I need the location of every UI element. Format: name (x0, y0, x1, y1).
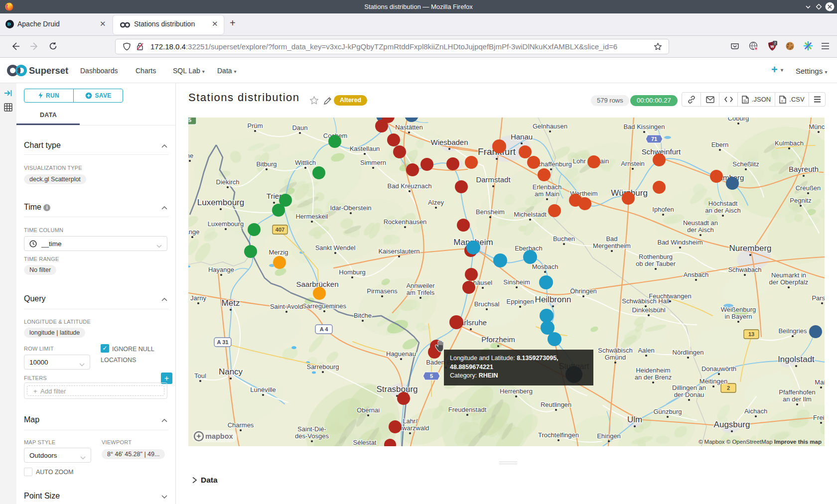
svg-text:Bad: Bad (606, 235, 617, 243)
svg-text:A 4: A 4 (320, 326, 329, 332)
svg-text:an der Aisch: an der Aisch (705, 207, 741, 214)
svg-text:Mosbach: Mosbach (532, 263, 558, 270)
svg-text:Charmes: Charmes (228, 421, 254, 429)
svg-text:Gmünd: Gmünd (605, 354, 626, 361)
svg-text:Bitche: Bitche (354, 312, 372, 319)
svg-text:ob der Tauber: ob der Tauber (636, 260, 676, 267)
svg-text:Höchstadt: Höchstadt (708, 200, 738, 207)
svg-text:Nuremberg: Nuremberg (729, 244, 771, 253)
svg-text:in Bayern: in Bayern (725, 313, 752, 320)
svg-text:Aichach: Aichach (744, 407, 767, 415)
svg-text:Buchen: Buchen (553, 235, 575, 243)
svg-text:Donauwörth: Donauwörth (701, 365, 736, 373)
svg-text:des-Vosges: des-Vosges (295, 432, 329, 440)
svg-text:Sarrebourg: Sarrebourg (306, 363, 339, 371)
svg-text:Prüm: Prüm (247, 122, 263, 129)
svg-text:Ulm: Ulm (627, 415, 642, 424)
svg-text:Parsbe: Parsbe (812, 294, 825, 302)
svg-text:Michelstadt: Michelstadt (514, 211, 547, 218)
svg-text:Trochtelfingen: Trochtelfingen (538, 431, 579, 439)
svg-text:Wiesbaden: Wiesbaden (430, 138, 468, 146)
svg-text:Kulmbach: Kulmbach (775, 139, 804, 147)
svg-text:Pirmasens: Pirmasens (367, 287, 398, 295)
svg-text:häusel: häusel (473, 279, 492, 286)
svg-text:an der Ilm: an der Ilm (783, 395, 812, 403)
svg-text:Creußen: Creußen (796, 184, 821, 192)
svg-text:Münch: Münch (809, 123, 825, 130)
svg-text:Homburg: Homburg (339, 268, 365, 276)
svg-text:Öhringen: Öhringen (570, 287, 596, 295)
svg-text:Alzey: Alzey (428, 199, 444, 206)
svg-text:x: x (781, 99, 783, 103)
svg-text:Pforzheim: Pforzheim (481, 335, 515, 344)
svg-text:Sankt Wendel: Sankt Wendel (315, 244, 356, 252)
svg-text:Idar-Oberstein: Idar-Oberstein (330, 204, 371, 212)
svg-text:Dillingen an: Dillingen an (672, 384, 706, 391)
svg-text:5: 5 (430, 373, 433, 379)
svg-text:Gelnhausen: Gelnhausen (533, 123, 567, 130)
svg-text:Simmern: Simmern (360, 159, 386, 166)
svg-text:13: 13 (748, 331, 754, 337)
svg-text:Arnstein: Arnstein (621, 160, 645, 167)
svg-text:Beilngries: Beilngries (778, 327, 807, 335)
svg-text:Hayange: Hayange (208, 266, 234, 273)
svg-text:Lahr/: Lahr/ (403, 417, 418, 425)
svg-text:Metz: Metz (222, 298, 240, 308)
svg-text:am Trifels: am Trifels (407, 289, 435, 296)
svg-text:Nancy: Nancy (219, 367, 243, 377)
svg-text:Bensheim: Bensheim (476, 208, 505, 216)
svg-text:Feuchtwangen: Feuchtwangen (649, 292, 691, 300)
svg-text:der Oberpfalz: der Oberpfalz (769, 278, 809, 286)
svg-text:Mergentheim: Mergentheim (593, 242, 631, 250)
svg-text:Bayreuth: Bayreuth (789, 165, 819, 173)
svg-text:Kaiserslautern: Kaiserslautern (378, 248, 419, 255)
svg-text:Kastellaun: Kastellaun (350, 145, 380, 152)
svg-text:Herrenberg: Herrenberg (500, 387, 533, 395)
svg-text:Bitburg: Bitburg (256, 160, 277, 168)
svg-text:Jarny: Jarny (190, 294, 206, 302)
svg-text:mapbox: mapbox (205, 432, 233, 440)
svg-text:Bad Kreuznach: Bad Kreuznach (388, 182, 432, 190)
svg-text:Luxembourg: Luxembourg (197, 198, 245, 207)
svg-text:2: 2 (774, 41, 776, 45)
svg-text:Wittlich: Wittlich (295, 159, 316, 166)
svg-text:der Aisch: der Aisch (687, 226, 713, 234)
svg-text:Rothenburg: Rothenburg (639, 253, 673, 260)
svg-text:Daun: Daun (292, 124, 307, 131)
svg-text:Freudenstadt: Freudenstadt (448, 406, 487, 413)
svg-text:Darmstadt: Darmstadt (476, 175, 511, 184)
svg-text:Dinkelsbühl: Dinkelsbühl (632, 306, 665, 314)
svg-text:A 31: A 31 (217, 339, 229, 345)
svg-text:Ebern: Ebern (711, 141, 729, 148)
svg-text:Bad Kissingen: Bad Kissingen (623, 123, 665, 130)
svg-text:Sarreguemines: Sarreguemines (302, 302, 347, 310)
svg-text:Scheßlitz: Scheßlitz (732, 160, 759, 168)
svg-text:Coburg: Coburg (728, 118, 749, 122)
svg-text:Lunéville: Lunéville (250, 386, 276, 393)
svg-text:der Donau: der Donau (674, 391, 704, 398)
svg-text:Mair: Mair (815, 378, 825, 386)
svg-text:2: 2 (727, 385, 730, 391)
svg-text:Annweiler: Annweiler (406, 282, 435, 289)
svg-text:Hanau: Hanau (511, 132, 533, 141)
svg-text:Neumarkt in: Neumarkt in (771, 271, 806, 279)
svg-text:Erlenbach: Erlenbach (533, 183, 562, 191)
svg-text:Nördlingen: Nördlingen (673, 349, 704, 356)
svg-text:Heilbronn: Heilbronn (535, 295, 571, 304)
svg-text:Saint-Dié-: Saint-Dié- (297, 425, 326, 433)
svg-text:Iphofen: Iphofen (652, 206, 674, 213)
svg-text:Saarbrücken: Saarbrücken (296, 280, 338, 288)
svg-text:Schwäbisch: Schwäbisch (598, 347, 632, 354)
svg-text:Neustadt an: Neustadt an (683, 219, 718, 227)
svg-text:Merzig: Merzig (269, 249, 288, 256)
svg-text:Pegnitz: Pegnitz (790, 197, 811, 204)
svg-text:ne: ne (188, 152, 193, 159)
svg-text:Rockenhausen: Rockenhausen (384, 218, 427, 226)
svg-text:407: 407 (276, 227, 284, 233)
svg-text:Toul: Toul (194, 372, 206, 379)
svg-text:Sélestat: Sélestat (353, 439, 377, 446)
svg-text:Weißenburg: Weißenburg (721, 306, 756, 313)
svg-text:71: 71 (651, 136, 657, 142)
svg-text:Augsburg: Augsburg (714, 420, 750, 429)
svg-text:Freisi: Freisi (813, 414, 825, 421)
